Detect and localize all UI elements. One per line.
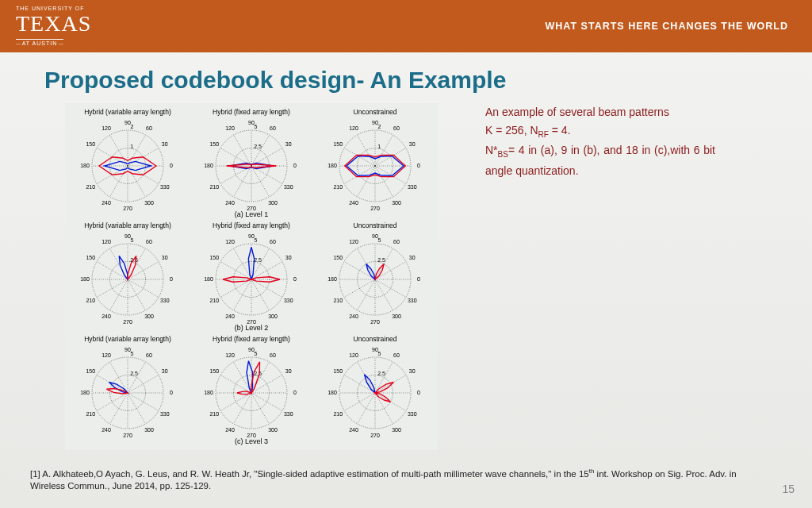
svg-line-59 [375, 135, 393, 166]
svg-text:180: 180 [204, 163, 213, 168]
svg-text:330: 330 [284, 184, 293, 190]
svg-line-31 [251, 135, 270, 166]
svg-text:120: 120 [225, 352, 235, 358]
svg-text:120: 120 [225, 239, 235, 244]
svg-text:270: 270 [123, 433, 132, 437]
svg-text:0: 0 [417, 163, 420, 168]
svg-text:240: 240 [102, 200, 111, 206]
svg-text:30: 30 [162, 255, 168, 260]
svg-text:180: 180 [80, 390, 90, 395]
note-l3b: = 4 in (a), 9 in (b), and 18 in (c),with… [485, 144, 715, 176]
svg-text:240: 240 [225, 427, 235, 433]
svg-text:300: 300 [144, 200, 154, 206]
svg-text:150: 150 [86, 368, 95, 374]
svg-text:300: 300 [268, 427, 278, 433]
svg-text:0: 0 [170, 276, 173, 282]
svg-text:180: 180 [204, 276, 213, 282]
svg-text:30: 30 [285, 141, 292, 147]
polar-plot: Hybrid (variable array length)3060901201… [68, 221, 187, 324]
svg-line-152 [375, 279, 406, 298]
figure-grid: Hybrid (variable array length)3060901201… [65, 103, 438, 450]
svg-text:30: 30 [409, 368, 416, 374]
svg-text:5: 5 [131, 237, 134, 243]
svg-text:0: 0 [293, 276, 297, 282]
note-l3sub: BS [498, 150, 508, 159]
svg-text:60: 60 [393, 239, 400, 244]
svg-text:60: 60 [393, 125, 400, 131]
svg-text:300: 300 [268, 314, 278, 319]
svg-text:120: 120 [102, 125, 111, 131]
svg-text:30: 30 [162, 141, 168, 147]
plot-title: Unconstrained [316, 335, 435, 343]
svg-line-146 [344, 262, 375, 280]
svg-text:150: 150 [209, 141, 219, 147]
svg-text:120: 120 [102, 352, 111, 358]
polar-plot: Hybrid (fixed array length)3060901201501… [192, 221, 311, 324]
svg-text:330: 330 [160, 184, 170, 190]
svg-text:5: 5 [378, 351, 381, 356]
plot-title: Hybrid (fixed array length) [192, 335, 311, 343]
svg-text:60: 60 [270, 352, 276, 358]
svg-text:150: 150 [86, 141, 95, 147]
svg-line-205 [234, 393, 252, 424]
plot-title: Hybrid (variable array length) [68, 221, 187, 229]
svg-line-201 [234, 362, 252, 393]
svg-line-179 [128, 393, 146, 424]
svg-text:150: 150 [209, 255, 219, 260]
note-l2sub: RF [538, 130, 549, 139]
polar-plot: Hybrid (variable array length)3060901201… [68, 108, 187, 210]
svg-line-121 [234, 279, 252, 310]
svg-text:2: 2 [131, 124, 134, 129]
svg-text:5: 5 [255, 351, 258, 356]
slide-header: THE UNIVERSITY OF TEXAS AT AUSTIN WHAT S… [0, 0, 812, 52]
ut-logo: THE UNIVERSITY OF TEXAS AT AUSTIN [16, 6, 91, 48]
plot-title: Unconstrained [316, 221, 435, 229]
svg-text:210: 210 [86, 184, 95, 190]
svg-text:240: 240 [349, 200, 358, 206]
svg-text:2.5: 2.5 [254, 257, 262, 263]
svg-text:5: 5 [378, 237, 381, 243]
svg-text:210: 210 [333, 411, 343, 417]
svg-text:330: 330 [160, 298, 170, 303]
svg-text:120: 120 [349, 352, 358, 358]
svg-text:210: 210 [333, 184, 343, 190]
polar-plot: Hybrid (variable array length)3060901201… [68, 335, 187, 437]
citation: [1] A. Alkhateeb,O Ayach, G. Leus, and R… [30, 468, 764, 492]
svg-text:150: 150 [333, 255, 343, 260]
svg-text:180: 180 [327, 163, 337, 168]
svg-line-96 [128, 279, 159, 298]
svg-text:2.5: 2.5 [377, 257, 385, 263]
svg-text:5: 5 [255, 237, 258, 243]
svg-text:0: 0 [293, 390, 297, 395]
svg-line-229 [358, 362, 376, 393]
svg-line-226 [375, 375, 406, 394]
svg-text:60: 60 [270, 239, 276, 244]
svg-line-202 [220, 375, 251, 394]
svg-line-90 [97, 262, 128, 280]
svg-text:240: 240 [349, 314, 358, 319]
svg-text:120: 120 [102, 239, 111, 244]
svg-line-171 [128, 362, 146, 393]
svg-text:1: 1 [377, 144, 381, 149]
svg-line-33 [234, 135, 252, 166]
svg-text:150: 150 [209, 368, 219, 374]
polar-plot: Unconstrained306090120150180210240270300… [316, 335, 435, 437]
svg-text:180: 180 [327, 390, 337, 395]
svg-text:270: 270 [370, 433, 380, 437]
svg-text:0: 0 [417, 390, 420, 395]
svg-line-86 [128, 262, 159, 280]
svg-text:300: 300 [392, 314, 401, 319]
svg-line-207 [251, 393, 270, 424]
cite-pre: [1] A. Alkhateeb,O Ayach, G. Leus, and R… [30, 469, 589, 479]
svg-text:300: 300 [144, 427, 154, 433]
plot-title: Unconstrained [316, 108, 435, 116]
svg-text:2.5: 2.5 [130, 371, 138, 376]
svg-line-235 [375, 393, 393, 424]
svg-text:210: 210 [86, 411, 95, 417]
svg-line-142 [375, 262, 406, 280]
svg-text:60: 60 [393, 352, 400, 358]
svg-text:150: 150 [333, 141, 343, 147]
svg-line-177 [110, 393, 128, 424]
svg-text:240: 240 [349, 427, 358, 433]
figure-row: Hybrid (variable array length)3060901201… [68, 335, 435, 437]
